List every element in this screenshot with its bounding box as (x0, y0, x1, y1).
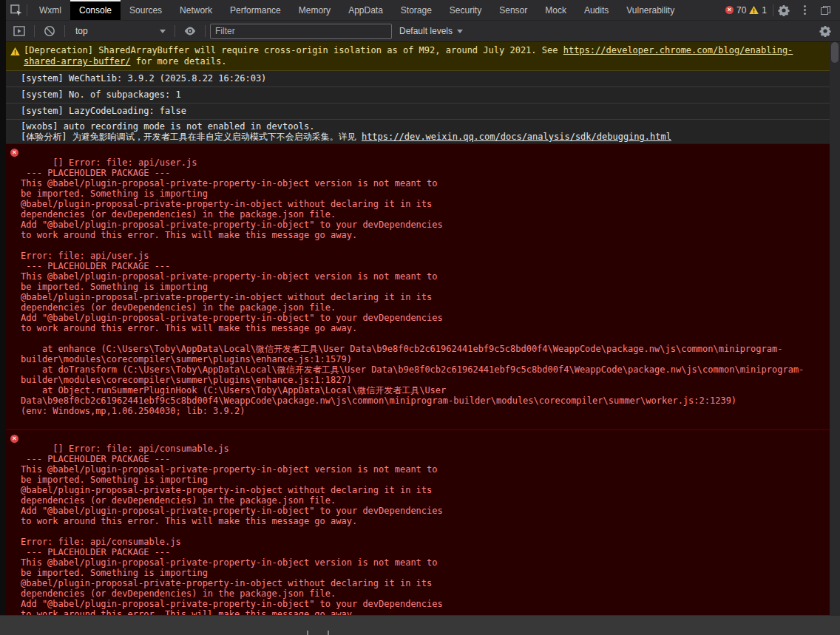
inspect-element-button[interactable] (6, 0, 27, 20)
clear-console-icon (44, 25, 55, 37)
error-message: [] Error: file: api/consumable.js --- PL… (21, 444, 804, 615)
clear-console-button[interactable] (39, 21, 60, 41)
warning-count: 1 (762, 5, 767, 16)
analysis-doc-link[interactable]: https://dev.weixin.qq.com/docs/analysis/… (362, 132, 671, 142)
kebab-menu-icon (804, 5, 806, 15)
restore-window-icon (821, 6, 830, 15)
devtools-window: Wxml Console Sources Network Performance… (0, 0, 840, 635)
tab-network[interactable]: Network (171, 0, 221, 20)
tab-audits[interactable]: Audits (575, 0, 617, 20)
context-selector-value: top (75, 26, 88, 36)
tab-security[interactable]: Security (441, 0, 490, 20)
analysis-text: [体验分析] 为避免影响调试，开发者工具在非自定义启动模式下不会启动采集。详见 (21, 132, 362, 142)
system-message-row: [system] LazyCodeLoading: false (6, 103, 830, 120)
tab-console[interactable]: Console (70, 0, 121, 20)
tabbar-right-controls: × 70 1 (719, 0, 840, 20)
live-expression-eye-icon (183, 27, 197, 35)
console-log-area: [Deprecation] SharedArrayBuffer will req… (6, 42, 830, 615)
console-sidebar-toggle-icon (13, 25, 26, 37)
error-count: 70 (736, 5, 746, 16)
log-levels-selector[interactable]: Default levels (396, 26, 466, 36)
error-circle-icon: × (10, 435, 18, 443)
filter-input[interactable] (210, 24, 392, 39)
divider (64, 25, 65, 37)
tab-sources[interactable]: Sources (121, 0, 171, 20)
inspect-element-icon (10, 4, 23, 17)
error-log-row: ×[] Error: file: api/consumable.js --- P… (6, 429, 830, 615)
error-circle-icon: × (725, 6, 734, 14)
settings-button[interactable] (773, 0, 794, 20)
gear-icon (778, 4, 790, 16)
restore-window-button[interactable] (815, 0, 836, 20)
console-scrollbar[interactable] (830, 42, 840, 615)
devtools-tabbar: Wxml Console Sources Network Performance… (6, 0, 840, 21)
tab-mock[interactable]: Mock (536, 0, 575, 20)
warning-triangle-icon (749, 6, 759, 14)
gear-icon (819, 25, 831, 37)
divider (205, 25, 206, 37)
tab-vulnerability[interactable]: Vulnerability (617, 0, 683, 20)
tab-appdata[interactable]: AppData (339, 0, 392, 20)
scrollbar-thumb[interactable] (831, 42, 839, 63)
divider (27, 4, 27, 16)
wxobs-line: [wxobs] auto recording mode is not enabl… (21, 121, 825, 132)
console-settings-button[interactable] (815, 21, 836, 41)
system-message-row: [system] No. of subpackages: 1 (6, 87, 830, 103)
more-options-button[interactable] (794, 0, 815, 20)
error-message: [] Error: file: api/user.js --- PLACEHOL… (21, 157, 804, 416)
deprecation-text-suffix: for more details. (131, 56, 227, 67)
chevron-down-icon (457, 30, 463, 33)
system-message-row: [system] WeChatLib: 3.9.2 (2025.8.22 16:… (6, 71, 830, 87)
tab-memory[interactable]: Memory (290, 0, 339, 20)
bottom-bar (0, 615, 840, 635)
tab-storage[interactable]: Storage (392, 0, 441, 20)
tab-sensor[interactable]: Sensor (490, 0, 536, 20)
wxobs-message-row: [wxobs] auto recording mode is not enabl… (6, 120, 830, 143)
bottom-bar-tick (307, 631, 308, 635)
system-message: [system] LazyCodeLoading: false (21, 106, 186, 116)
window-left-edge (0, 0, 6, 615)
javascript-context-selector[interactable]: top (70, 24, 170, 39)
tab-wxml[interactable]: Wxml (30, 0, 70, 20)
panel-tabs: Wxml Console Sources Network Performance… (30, 0, 683, 20)
chevron-down-icon (160, 30, 166, 33)
console-sidebar-toggle-button[interactable] (9, 21, 30, 41)
log-levels-label: Default levels (399, 26, 453, 36)
error-circle-icon: × (10, 149, 18, 157)
issue-counts[interactable]: × 70 1 (719, 5, 773, 16)
system-message: [system] WeChatLib: 3.9.2 (2025.8.22 16:… (21, 73, 266, 84)
live-expression-button[interactable] (180, 21, 200, 41)
warning-triangle-icon (10, 47, 20, 55)
deprecation-warning-row: [Deprecation] SharedArrayBuffer will req… (6, 42, 830, 71)
divider (175, 25, 175, 37)
deprecation-text: [Deprecation] SharedArrayBuffer will req… (24, 45, 563, 55)
analysis-line: [体验分析] 为避免影响调试，开发者工具在非自定义启动模式下不会启动采集。详见 … (21, 132, 825, 142)
error-log-row: ×[] Error: file: api/user.js --- PLACEHO… (6, 143, 830, 429)
system-message: [system] No. of subpackages: 1 (21, 89, 181, 100)
divider (34, 25, 35, 37)
tab-performance[interactable]: Performance (221, 0, 290, 20)
console-toolbar: top Default levels (6, 21, 840, 42)
bottom-bar-tick (328, 631, 329, 635)
